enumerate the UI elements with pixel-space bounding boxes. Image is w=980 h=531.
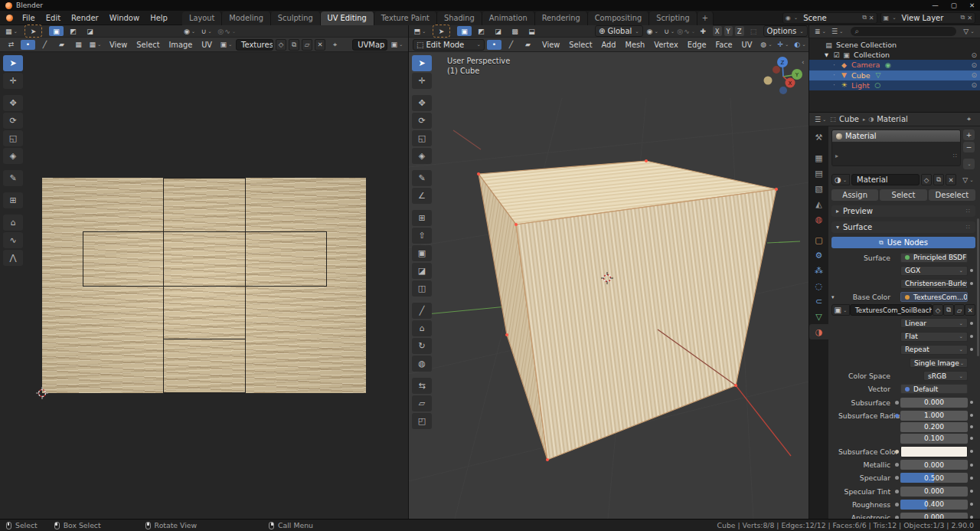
- hide-eye-icon[interactable]: ⊙: [971, 51, 977, 59]
- outliner-item-label[interactable]: Cube: [851, 71, 871, 80]
- outliner-item-label[interactable]: Light: [851, 81, 870, 90]
- transform-tool[interactable]: ◈: [412, 148, 432, 164]
- image-unlink-button[interactable]: ✕: [965, 304, 975, 316]
- linear-field[interactable]: Linear⌄: [900, 318, 968, 328]
- keyframe-dot[interactable]: [968, 450, 975, 453]
- options-dropdown[interactable]: Options⌄: [763, 25, 808, 37]
- breadcrumb-object[interactable]: Cube: [839, 115, 859, 123]
- keyframe-dot[interactable]: [968, 348, 975, 351]
- uv-image-open-button[interactable]: ▱: [302, 39, 312, 51]
- scene-copy-icon[interactable]: ⧉: [862, 14, 867, 21]
- uv-image-unlink-button[interactable]: ✕: [315, 39, 325, 51]
- properties-tab-constraints[interactable]: ⊂: [809, 293, 828, 309]
- uv-select-island-button[interactable]: ▦: [71, 40, 86, 50]
- disclosure-icon[interactable]: ▼: [822, 52, 831, 58]
- menu-edit[interactable]: Edit: [41, 14, 66, 22]
- workspace-tab-scripting[interactable]: Scripting: [649, 11, 697, 25]
- workspace-tab-shading[interactable]: Shading: [437, 11, 482, 25]
- uv-pivot-button[interactable]: ◉⌄: [182, 26, 197, 36]
- uv-select-edge-button[interactable]: ╱: [38, 40, 52, 50]
- relax-tool[interactable]: ∿: [3, 232, 23, 248]
- vp-pivot-button[interactable]: ◉⌄: [645, 26, 660, 36]
- image-open-button[interactable]: ▱: [954, 304, 965, 316]
- keyframe-dot[interactable]: [968, 477, 975, 480]
- cursor-tool[interactable]: ✛: [3, 73, 23, 89]
- object-type-visibility-button[interactable]: ◍⌄: [759, 40, 773, 50]
- vp-select-mode-subtract-button[interactable]: ◪: [491, 26, 505, 36]
- shear-tool[interactable]: ▱: [412, 395, 432, 411]
- vp-select-mode-new-button[interactable]: ▣: [457, 26, 472, 36]
- keyframe-dot[interactable]: [968, 503, 975, 506]
- ggx-field[interactable]: GGX⌄: [900, 266, 968, 276]
- mirror-z-button[interactable]: Z: [735, 26, 744, 36]
- rotate-tool[interactable]: ⟳: [3, 113, 23, 129]
- menu-add[interactable]: Add: [596, 41, 620, 49]
- outliner-search-input[interactable]: ⌕: [851, 27, 956, 36]
- viewport-editor-type-button[interactable]: ⬒⌄: [413, 26, 427, 36]
- image-name-field[interactable]: TexturesCom_SoilBeach0088_...: [850, 304, 933, 316]
- outliner-row-light[interactable]: ·☀Light○⊙: [809, 80, 980, 90]
- properties-editor-type-button[interactable]: ☰⌄: [813, 114, 828, 124]
- subsurface-radius-field-2[interactable]: 0.100: [900, 434, 968, 444]
- extrude-region-tool[interactable]: ⇧: [412, 228, 432, 244]
- add-workspace-button[interactable]: +: [697, 11, 714, 25]
- uv-editor-type-button[interactable]: ▦⌄: [4, 26, 19, 36]
- properties-tab-world[interactable]: ◍: [809, 211, 828, 227]
- transform-orientation-dropdown[interactable]: ⊕Global⌄: [595, 25, 643, 37]
- keyframe-dot[interactable]: [968, 437, 975, 440]
- vp-select-mode-extend-button[interactable]: ◩: [474, 26, 488, 36]
- uv-proportional-edit-button[interactable]: ◎∿⌄: [216, 26, 237, 36]
- grab-tool[interactable]: ⌂: [3, 215, 23, 231]
- viewport-canvas[interactable]: Z Y X ‹ User Perspective (1) Cube: [409, 52, 808, 519]
- uv-select-mode-subtract-button[interactable]: ◪: [83, 26, 97, 36]
- bevel-tool[interactable]: ◪: [412, 263, 432, 279]
- overlays-toggle-button[interactable]: ◐⌄: [792, 40, 807, 50]
- uv-canvas[interactable]: [0, 52, 408, 519]
- menu-view[interactable]: View: [537, 41, 564, 49]
- hide-eye-icon[interactable]: ⊙: [971, 81, 977, 89]
- surface-panel-header[interactable]: ▾ Surface ∷: [831, 221, 975, 233]
- workspace-tab-texture-paint[interactable]: Texture Paint: [374, 11, 437, 25]
- properties-pin-icon[interactable]: ⌖: [962, 114, 976, 124]
- workspace-tab-modeling[interactable]: Modeling: [222, 11, 271, 25]
- menu-select[interactable]: Select: [564, 41, 596, 49]
- vp-proportional-edit-button[interactable]: ◎∿⌄: [679, 26, 694, 36]
- menu-file[interactable]: File: [17, 14, 41, 22]
- keyframe-dot[interactable]: [968, 414, 975, 417]
- knife-tool[interactable]: ╱: [412, 303, 432, 319]
- blender-menu-icon[interactable]: [6, 15, 13, 21]
- menu-view[interactable]: View: [105, 41, 132, 49]
- inset-faces-tool[interactable]: ▣: [412, 245, 432, 261]
- vector-field[interactable]: Default: [900, 384, 968, 394]
- menu-window[interactable]: Window: [104, 14, 145, 22]
- annotate-tool[interactable]: ✎: [3, 170, 23, 186]
- menu-select[interactable]: Select: [132, 41, 164, 49]
- workspace-tab-animation[interactable]: Animation: [482, 11, 535, 25]
- uv-map-field[interactable]: UVMap: [352, 39, 387, 51]
- face-select-button[interactable]: ▰: [521, 40, 535, 50]
- minimize-button[interactable]: —: [932, 2, 939, 9]
- properties-tab-material[interactable]: ◑: [809, 324, 828, 339]
- snap-cage-icon[interactable]: ⬚: [746, 26, 761, 36]
- move-tool[interactable]: ✥: [412, 95, 432, 111]
- repeat-field[interactable]: Repeat⌄: [900, 345, 968, 355]
- subsurface-radius-field-1[interactable]: 0.200: [900, 422, 968, 432]
- color-space-field[interactable]: sRGB⌄: [923, 371, 968, 381]
- image-copy-button[interactable]: ⧉: [943, 304, 954, 316]
- material-slot-list[interactable]: Material ▸ ∷: [831, 129, 961, 166]
- anisotropic-field[interactable]: 0.000: [900, 513, 968, 519]
- preview-panel-header[interactable]: ▸ Preview ∷: [831, 205, 975, 217]
- rotate-tool[interactable]: ⟳: [412, 113, 432, 129]
- scene-selector[interactable]: ◉ ⌄ Scene ⧉ ✕: [782, 12, 877, 24]
- subsurface-field[interactable]: 0.000: [900, 398, 968, 408]
- base-color-field[interactable]: TexturesCom...088_2_M.jpg: [900, 292, 968, 302]
- measure-tool[interactable]: ∠: [412, 188, 432, 204]
- outliner-row-cube[interactable]: ·▼Cube▽⊙: [809, 70, 980, 80]
- properties-tab-particles[interactable]: ⁂: [809, 263, 828, 278]
- properties-tab-output[interactable]: ▤: [809, 166, 828, 181]
- uv-select-vertex-button[interactable]: •: [21, 40, 35, 50]
- add-cube-tool[interactable]: ⊞: [412, 210, 432, 226]
- menu-help[interactable]: Help: [145, 14, 173, 22]
- subsurface-color-field[interactable]: [900, 446, 968, 457]
- outliner-editor-type-button[interactable]: ≣⌄: [813, 27, 828, 37]
